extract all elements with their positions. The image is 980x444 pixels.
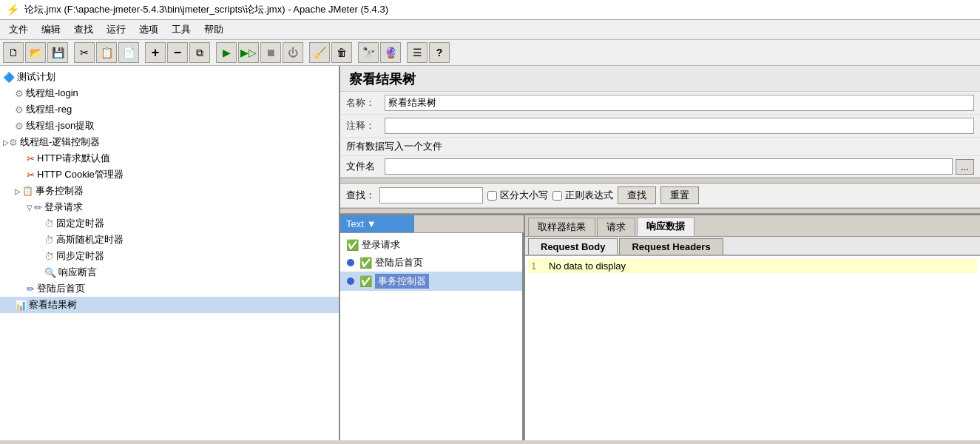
save-button[interactable]: 💾 [47, 42, 68, 63]
sub-tab-request-body[interactable]: Request Body [528, 238, 618, 255]
collapse-bar-2[interactable] [340, 208, 980, 214]
search-nav-button[interactable]: 🔭 [358, 42, 379, 63]
menu-tools[interactable]: 工具 [166, 21, 197, 38]
text-dropdown-arrow: ▼ [367, 218, 376, 229]
detail-panel: 取样器结果 请求 响应数据 Request Body Request Heade… [525, 215, 980, 440]
reset-button[interactable]: 重置 [660, 186, 699, 204]
cut-button[interactable]: ✂ [74, 42, 95, 63]
paste-button[interactable]: 📄 [118, 42, 139, 63]
menu-run[interactable]: 运行 [101, 21, 132, 38]
result-item-home[interactable]: ✅ 登陆后首页 [340, 254, 522, 272]
blue-circle-icon [346, 258, 355, 267]
thread-json-icon: ⚙ [15, 121, 24, 132]
menu-help[interactable]: 帮助 [198, 21, 229, 38]
result-label-login: 登录请求 [362, 238, 400, 252]
tab-sampler-result[interactable]: 取样器结果 [528, 218, 595, 236]
content-area: 1 No data to display [525, 256, 980, 440]
tree-node-fixed-timer[interactable]: ⏱ 固定定时器 [0, 215, 339, 232]
search-input[interactable] [379, 187, 483, 204]
comment-input[interactable] [385, 118, 974, 134]
function-helper-button[interactable]: 🔮 [380, 42, 401, 63]
result-item-login[interactable]: ✅ 登录请求 [340, 236, 522, 254]
response-assert-icon: 🔍 [44, 267, 56, 278]
filename-input[interactable] [385, 158, 953, 175]
thread-login-icon: ⚙ [15, 88, 24, 99]
clear-button[interactable]: 🧹 [309, 42, 330, 63]
tree-node-thread-logic[interactable]: ▷ ⚙ 线程组-逻辑控制器 [0, 134, 339, 150]
response-assert-label: 响应断言 [58, 266, 97, 279]
add-button[interactable]: + [145, 42, 166, 63]
duplicate-button[interactable]: ⧉ [189, 42, 210, 63]
tree-node-thread-json[interactable]: ⚙ 线程组-json提取 [0, 118, 339, 134]
all-data-row: 所有数据写入一个文件 [340, 138, 980, 156]
menu-find[interactable]: 查找 [68, 21, 99, 38]
new-button[interactable]: 🗋 [3, 42, 24, 63]
tree-node-gaussian-timer[interactable]: ⏱ 高斯随机定时器 [0, 232, 339, 248]
no-data-line: 1 No data to display [528, 259, 977, 273]
tree-node-sync-timer[interactable]: ⏱ 同步定时器 [0, 248, 339, 264]
title-bar: ⚡ 论坛.jmx (F:\apache-jmeter-5.4.3\bin\jme… [0, 0, 980, 20]
regex-label: 正则表达式 [565, 189, 613, 202]
tab-request[interactable]: 请求 [597, 218, 635, 236]
tree-node-response-assert[interactable]: 🔍 响应断言 [0, 264, 339, 280]
name-input[interactable] [385, 95, 974, 111]
main-container: 🔷 测试计划 ⚙ 线程组-login ⚙ 线程组-reg ⚙ 线程组-json提… [0, 66, 980, 440]
menu-file[interactable]: 文件 [3, 21, 34, 38]
svg-point-0 [347, 259, 354, 266]
collapse-bar[interactable] [340, 178, 980, 184]
results-tree-label: 察看结果树 [29, 298, 77, 312]
bottom-split: Text ▼ ✅ 登录请求 ✅ 登陆后首页 [340, 214, 980, 440]
vrt-title: 察看结果树 [340, 66, 980, 92]
fixed-timer-label: 固定定时器 [56, 217, 104, 230]
comment-row: 注释： [340, 115, 980, 138]
start-no-pause-button[interactable]: ▶▷ [238, 42, 259, 63]
remove-button[interactable]: − [167, 42, 188, 63]
result-dot-home [346, 258, 355, 267]
tab-response-data[interactable]: 响应数据 [637, 217, 695, 236]
result-icon-home: ✅ [359, 257, 372, 269]
shutdown-button[interactable]: ⏻ [283, 42, 303, 63]
right-panel: 察看结果树 名称： 注释： 所有数据写入一个文件 文件名 ... 查找： [340, 66, 980, 440]
cookie-manager-icon: ✂ [27, 169, 35, 181]
result-dot-transaction [346, 277, 355, 286]
browse-button[interactable]: ... [956, 159, 974, 175]
tree-node-test-plan[interactable]: 🔷 测试计划 [0, 69, 339, 85]
help-button[interactable]: ? [429, 42, 450, 63]
sub-tab-request-headers[interactable]: Request Headers [619, 238, 723, 255]
menu-options[interactable]: 选项 [133, 21, 164, 38]
search-row: 查找： 区分大小写 正则表达式 查找 重置 [340, 184, 980, 208]
tree-node-results-tree[interactable]: 📊 察看结果树 [0, 297, 339, 313]
tree-node-login-request[interactable]: ▽ ✏ 登录请求 [0, 199, 339, 215]
tabs-row: 取样器结果 请求 响应数据 [525, 215, 980, 237]
sync-timer-icon: ⏱ [44, 251, 54, 262]
find-button[interactable]: 查找 [618, 186, 656, 204]
result-item-transaction[interactable]: ✅ 事务控制器 [340, 272, 522, 291]
thread-logic-label: 线程组-逻辑控制器 [20, 135, 100, 149]
template-button[interactable]: ☰ [407, 42, 428, 63]
tree-node-thread-reg[interactable]: ⚙ 线程组-reg [0, 101, 339, 118]
copy-button[interactable]: 📋 [96, 42, 117, 63]
clear-all-button[interactable]: 🗑 [331, 42, 352, 63]
result-label-home: 登陆后首页 [375, 256, 423, 269]
case-sensitive-checkbox[interactable] [487, 191, 497, 201]
regex-checkbox[interactable] [552, 191, 562, 201]
no-data-text: No data to display [549, 260, 626, 272]
tree-node-home-request[interactable]: ✏ 登陆后首页 [0, 280, 339, 297]
search-label: 查找： [346, 189, 375, 202]
toolbar: 🗋 📂 💾 ✂ 📋 📄 + − ⧉ ▶ ▶▷ ⏹ ⏻ 🧹 🗑 🔭 🔮 ☰ ? [0, 40, 980, 66]
start-button[interactable]: ▶ [216, 42, 237, 63]
tree-node-cookie-manager[interactable]: ✂ HTTP Cookie管理器 [0, 166, 339, 183]
thread-json-label: 线程组-json提取 [26, 119, 95, 132]
app-icon: ⚡ [6, 3, 20, 16]
stop-button[interactable]: ⏹ [260, 42, 281, 63]
test-plan-icon: 🔷 [3, 72, 15, 83]
text-dropdown-button[interactable]: Text ▼ [340, 215, 414, 232]
results-tree-icon: 📊 [15, 300, 27, 311]
menu-edit[interactable]: 编辑 [36, 21, 67, 38]
tree-node-thread-login[interactable]: ⚙ 线程组-login [0, 85, 339, 101]
open-button[interactable]: 📂 [25, 42, 46, 63]
results-list: ✅ 登录请求 ✅ 登陆后首页 ✅ [340, 233, 524, 440]
trans-controller-icon: 📋 [22, 186, 33, 196]
tree-node-trans-controller[interactable]: ▷ 📋 事务控制器 [0, 183, 339, 199]
tree-node-http-defaults[interactable]: ✂ HTTP请求默认值 [0, 150, 339, 166]
